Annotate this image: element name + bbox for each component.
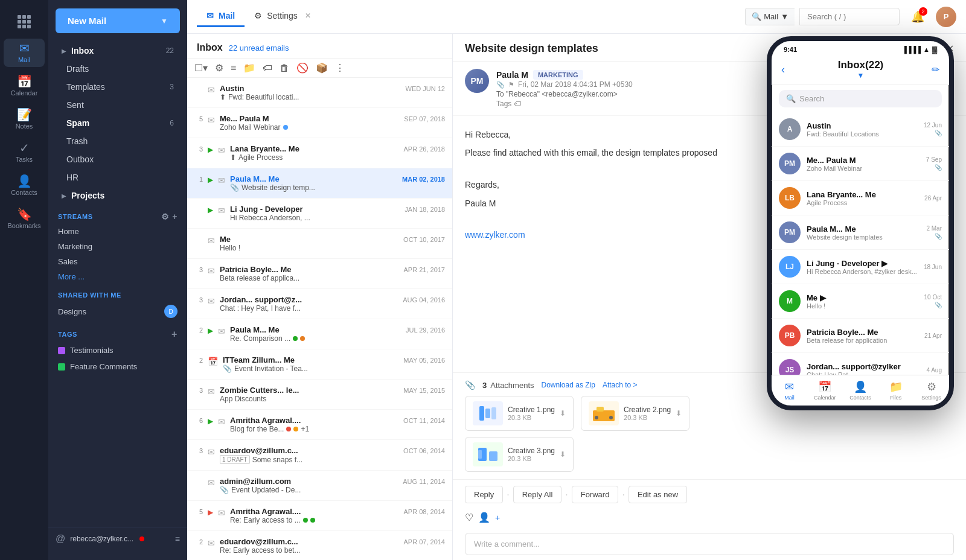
folder-hr[interactable]: HR (52, 168, 184, 186)
shared-designs[interactable]: Designs D (48, 301, 187, 322)
phone-nav-mail[interactable]: ✉ Mail (772, 375, 807, 406)
download-zip-link[interactable]: Download as Zip (542, 381, 595, 389)
more-icon[interactable]: ⋮ (335, 62, 345, 74)
stream-home[interactable]: Home (48, 224, 187, 239)
email-item[interactable]: 3 ▶ ✉ Lana Bryante... Me APR 26, 2018 ⬆ … (187, 138, 452, 168)
body-website-link[interactable]: www.zylker.com (465, 230, 525, 240)
phone-compose-button[interactable]: ✏ (932, 64, 939, 75)
tab-mail[interactable]: ✉ Mail (197, 6, 245, 27)
edit-as-new-button[interactable]: Edit as new (629, 486, 687, 503)
phone-email-item[interactable]: PB Patricia Boyle... Me Beta release for… (772, 319, 949, 353)
phone-nav-calendar[interactable]: 📅 Calendar (807, 375, 843, 406)
checkbox-icon[interactable]: ☐▾ (194, 62, 208, 74)
email-item[interactable]: 2 ✉ eduardov@zillum.c... APR 07, 2014 Re… (187, 531, 452, 560)
sort-icon[interactable]: ≡ (231, 63, 236, 74)
email-item[interactable]: 3 ✉ Patricia Boyle... Me APR 21, 2017 Be… (187, 259, 452, 289)
email-item[interactable]: 6 ▶ ✉ Amritha Agrawal.... OCT 11, 2014 B… (187, 410, 452, 440)
svg-rect-0 (593, 410, 615, 421)
comment-box[interactable]: Write a comment... (465, 533, 954, 555)
archive-icon[interactable]: 📦 (316, 62, 328, 74)
topbar: ✉ Mail ⚙ Settings ✕ 🔍 Mail ▼ 🔔 2 P (187, 0, 966, 34)
user-avatar[interactable]: P (936, 7, 956, 27)
email-item[interactable]: 2 ▶ ✉ Paula M... Me JUL 29, 2016 Re. Com… (187, 319, 452, 349)
streams-more-link[interactable]: More ... (48, 269, 187, 284)
nav-notes[interactable]: 📝 Notes (4, 105, 45, 133)
phone-nav-contacts[interactable]: 👤 Contacts (843, 375, 878, 406)
phone-filter-arrow[interactable]: ▼ (790, 71, 932, 80)
email-item[interactable]: 3 ✉ Zombie Cutters... le... MAY 15, 2015… (187, 380, 452, 410)
email-item[interactable]: 2 📅 ITTeam Zillum... Me MAY 05, 2016 📎 E… (187, 349, 452, 380)
tag-feature-comments[interactable]: Feature Comments (48, 358, 187, 375)
delete-icon[interactable]: 🗑 (280, 63, 289, 74)
add-tag-icon[interactable]: + (171, 329, 178, 340)
phone-email-item[interactable]: M Me ▶ Hello ! 10 Oct 📎 (772, 284, 949, 319)
folder-inbox[interactable]: ▶ Inbox 22 (52, 42, 184, 60)
envelope-icon: ✉ (208, 115, 215, 125)
account-footer[interactable]: @ rebecca@zylker.c... ≡ (48, 527, 187, 550)
notifications-button[interactable]: 🔔 2 (907, 6, 929, 28)
unread-count[interactable]: 22 unread emails (229, 43, 289, 52)
email-item[interactable]: 5 ▶ ✉ Amritha Agrawal.... APR 08, 2014 R… (187, 501, 452, 531)
heart-reaction-icon[interactable]: ♡ (465, 512, 473, 523)
filter-icon[interactable]: ⚙ (215, 62, 223, 74)
nav-contacts[interactable]: 👤 Contacts (4, 171, 45, 200)
email-item[interactable]: ✉ admin@zillum.com AUG 11, 2014 📎 Event … (187, 471, 452, 501)
email-item[interactable]: 3 ✉ Jordan... support@z... AUG 04, 2016 … (187, 289, 452, 319)
forward-button[interactable]: Forward (572, 486, 619, 503)
attach-download-icon-3[interactable]: ⬇ (560, 450, 566, 459)
new-mail-button[interactable]: New Mail ▼ (56, 8, 180, 33)
attach-to-link[interactable]: Attach to > (603, 381, 638, 389)
phone-nav-settings[interactable]: ⚙ Settings (913, 375, 949, 406)
nav-mail[interactable]: ✉ Mail (4, 39, 45, 67)
sidebar-collapse-icon[interactable]: ≡ (175, 534, 180, 544)
tab-settings[interactable]: ⚙ Settings ✕ (245, 6, 321, 27)
nav-calendar[interactable]: 📅 Calendar (4, 72, 45, 100)
attach-download-icon-2[interactable]: ⬇ (676, 409, 682, 418)
phone-search-bar[interactable]: 🔍 Search (779, 90, 942, 107)
nav-bookmarks[interactable]: 🔖 Bookmarks (4, 205, 45, 233)
reply-all-button[interactable]: Reply All (513, 486, 562, 503)
phone-email-item[interactable]: LJ Li Jung - Developer ▶ Hi Rebecca Ande… (772, 250, 949, 284)
phone-back-button[interactable]: ‹ (781, 63, 785, 76)
phone-header: ‹ Inbox(22) ▼ ✏ (772, 56, 949, 85)
folder-spam[interactable]: Spam 6 (52, 114, 184, 132)
add-reaction-icon[interactable]: + (495, 513, 500, 523)
folder-icon[interactable]: 📁 (243, 62, 255, 74)
avatar-reaction-icon[interactable]: 👤 (478, 512, 490, 523)
folder-drafts[interactable]: Drafts (52, 60, 184, 78)
phone-nav-files[interactable]: 📁 Files (878, 375, 913, 406)
reply-button[interactable]: Reply (465, 486, 503, 503)
tag-add-icon[interactable]: 🏷 (514, 100, 521, 108)
email-item[interactable]: 5 ✉ Me... Paula M SEP 07, 2018 Zoho Mail… (187, 108, 452, 138)
phone-email-item[interactable]: JS Jordan... support@zylker Chat: Hey Pa… (772, 353, 949, 375)
phone-email-item[interactable]: LB Lana Bryante... Me Agile Process 26 A… (772, 181, 949, 215)
folder-projects[interactable]: ▶ Projects (52, 186, 184, 205)
tab-close-icon[interactable]: ✕ (305, 11, 311, 20)
email-item[interactable]: ▶ ✉ Li Jung - Developer JAN 18, 2018 Hi … (187, 199, 452, 229)
email-item[interactable]: ✉ Austin WED JUN 12 ⬆ Fwd: Beautiful loc… (187, 78, 452, 108)
phone-email-item[interactable]: PM Me... Paula M Zoho Mail Webinar 7 Sep… (772, 147, 949, 181)
nav-tasks[interactable]: ✓ Tasks (4, 138, 45, 167)
folder-templates[interactable]: Templates 3 (52, 78, 184, 96)
phone-avatar: PM (779, 153, 801, 174)
battery-icon: ▓ (932, 46, 937, 53)
search-scope-selector[interactable]: 🔍 Mail ▼ (745, 8, 795, 25)
email-item[interactable]: ✉ Me OCT 10, 2017 Hello ! (187, 229, 452, 259)
search-input[interactable] (807, 12, 892, 21)
stream-marketing[interactable]: Marketing (48, 239, 187, 254)
block-icon[interactable]: 🚫 (296, 62, 309, 74)
stream-sales[interactable]: Sales (48, 254, 187, 269)
tag-icon[interactable]: 🏷 (263, 63, 272, 74)
phone-email-item[interactable]: PM Paula M... Me Website design template… (772, 215, 949, 250)
flag-icon: ▶ (208, 417, 213, 425)
folder-outbox[interactable]: Outbox (52, 150, 184, 168)
phone-email-item[interactable]: A Austin Fwd: Beautiful Locations 12 Jun… (772, 112, 949, 147)
email-list-header: Inbox 22 unread emails (187, 34, 452, 59)
email-item[interactable]: 3 ✉ eduardov@zillum.c... OCT 06, 2014 1 … (187, 440, 452, 471)
tag-testimonials[interactable]: Testimonials (48, 342, 187, 358)
folder-sent[interactable]: Sent (52, 96, 184, 114)
attach-download-icon-1[interactable]: ⬇ (560, 409, 566, 418)
app-grid-icon[interactable] (12, 10, 36, 34)
email-item-active[interactable]: 1 ▶ ✉ Paula M... Me MAR 02, 2018 📎 Websi… (187, 168, 452, 199)
folder-trash[interactable]: Trash (52, 132, 184, 150)
